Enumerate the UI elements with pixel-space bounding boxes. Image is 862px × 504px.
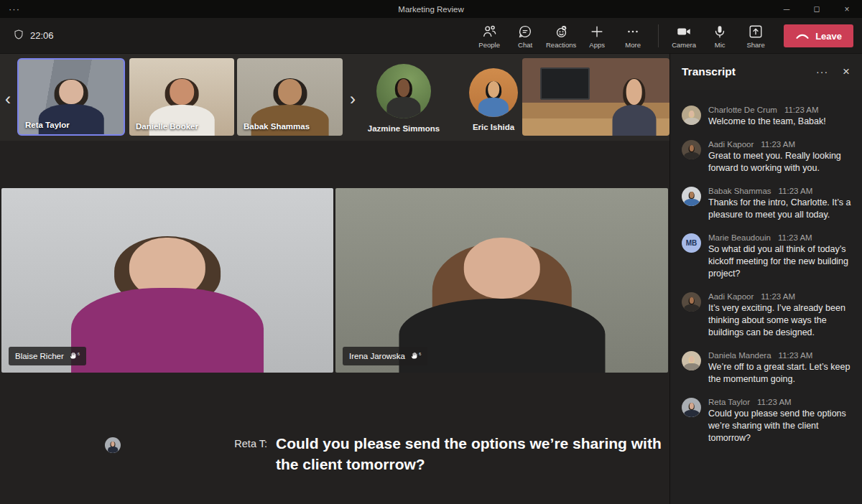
ellipsis-icon: [625, 24, 641, 39]
window-titlebar: ··· Marketing Review ─ ◻ ×: [0, 0, 862, 18]
avatar: [682, 398, 701, 417]
chevron-left-icon[interactable]: ‹: [1, 88, 14, 110]
apps-button[interactable]: Apps: [579, 19, 615, 52]
transcript-text: Thanks for the intro, Charlotte. It’s a …: [708, 197, 853, 221]
transcript-text: Welcome to the team, Babak!: [708, 116, 853, 128]
video-feed: [1, 188, 333, 373]
more-label: More: [625, 41, 641, 49]
timestamp: 11:23 AM: [779, 351, 813, 360]
participant-name-label: Jazmine Simmons: [359, 124, 448, 133]
audio-participant-eric-ishida[interactable]: Eric Ishida: [454, 68, 533, 131]
leave-button[interactable]: Leave: [784, 24, 853, 47]
transcript-entry: Daniela Mandera11:23 AM We’re off to a g…: [682, 351, 853, 386]
people-button[interactable]: People: [471, 19, 507, 52]
share-button[interactable]: Share: [738, 19, 774, 52]
close-window-button[interactable]: ×: [832, 0, 862, 18]
video-feed: [335, 188, 668, 373]
video-tile-reta-taylor[interactable]: Reta Taylor: [17, 58, 125, 136]
stage-video-irena-jarowska[interactable]: Irena Jarowska 6: [335, 188, 668, 373]
hangup-icon: [795, 31, 810, 42]
transcript-text: So what did you all think of today’s kic…: [708, 243, 853, 280]
maximize-button[interactable]: ◻: [802, 0, 832, 18]
caption-speaker-avatar: [105, 437, 121, 453]
speaker-name: Aadi Kapoor: [708, 140, 754, 149]
transcript-text: We’re off to a great start. Let’s keep t…: [708, 361, 853, 386]
transcript-text: Great to meet you. Really looking forwar…: [708, 150, 853, 174]
speaker-name: Aadi Kapoor: [708, 292, 754, 301]
chevron-right-icon[interactable]: ›: [346, 88, 359, 110]
tv-screen: [540, 67, 590, 100]
chat-icon: [517, 24, 533, 39]
audio-participant-jazmine-simmons[interactable]: Jazmine Simmons: [359, 64, 448, 133]
video-tile-danielle-booker[interactable]: Danielle Booker: [129, 58, 234, 136]
avatar: [682, 140, 701, 159]
timestamp: 11:23 AM: [761, 292, 795, 301]
timer-value: 22:06: [30, 30, 54, 41]
avatar: [682, 187, 701, 206]
mic-button[interactable]: Mic: [702, 19, 738, 52]
people-label: People: [478, 41, 500, 49]
participant-name-label: Danielle Booker: [136, 122, 198, 131]
camera-button[interactable]: Camera: [666, 19, 702, 52]
speaker-name: Babak Shammas: [708, 187, 771, 195]
speaker-name: Reta Taylor: [708, 398, 750, 406]
meeting-stage-area: ‹ Reta Taylor Danielle Booker Babak Sham…: [0, 54, 669, 504]
mic-label: Mic: [715, 41, 726, 49]
transcript-more-icon[interactable]: ···: [816, 66, 828, 78]
participant-name-label: Blaise Richer: [15, 352, 64, 360]
participant-name-label: Irena Jarowska: [349, 352, 405, 360]
timestamp: 11:23 AM: [757, 398, 792, 406]
name-badge: Blaise Richer 6: [9, 347, 86, 365]
transcript-entry: Aadi Kapoor11:23 AM It’s very exciting. …: [682, 292, 853, 339]
video-tile-meeting-room[interactable]: [522, 58, 669, 136]
transcript-panel: Transcript ··· × Charlotte De Crum11:23 …: [669, 54, 862, 504]
speaker-name: Daniela Mandera: [708, 351, 771, 360]
transcript-entry: Reta Taylor11:23 AM Could you please sen…: [682, 398, 853, 444]
shield-icon: [13, 29, 24, 42]
apps-label: Apps: [589, 41, 605, 49]
live-captions: Reta T: Could you please send the option…: [0, 433, 669, 475]
minimize-button[interactable]: ─: [771, 0, 802, 18]
titlebar-overflow-icon[interactable]: ···: [9, 0, 20, 18]
caption-text: Could you please send the options we’re …: [276, 433, 669, 475]
avatar-initials: MB: [682, 233, 701, 253]
transcript-text: It’s very exciting. I’ve already been th…: [708, 302, 853, 339]
transcript-entries: Charlotte De Crum11:23 AM Welcome to the…: [670, 90, 862, 444]
reactions-icon: [553, 24, 570, 39]
transcript-entry: Babak Shammas11:23 AM Thanks for the int…: [682, 187, 853, 221]
window-controls: ─ ◻ ×: [771, 0, 862, 18]
meeting-timer: 22:06: [13, 29, 54, 42]
participant-name-label: Babak Shammas: [244, 122, 310, 131]
sign-language-hand-icon: 6: [410, 350, 421, 363]
share-screen-icon: [748, 24, 764, 39]
people-icon: [481, 24, 498, 39]
mic-icon: [712, 24, 728, 39]
toolbar-buttons: People Chat Reactions Apps More Camera M…: [471, 18, 853, 54]
speaker-name: Marie Beaudouin: [708, 233, 771, 242]
camera-label: Camera: [672, 41, 696, 49]
avatar: [682, 351, 701, 370]
avatar: [682, 106, 701, 125]
timestamp: 11:23 AM: [784, 106, 819, 114]
timestamp: 11:23 AM: [779, 187, 813, 195]
sign-language-hand-icon: 6: [69, 350, 80, 363]
meeting-toolbar: 22:06 People Chat Reactions Apps More Ca…: [0, 18, 862, 54]
transcript-close-icon[interactable]: ×: [843, 65, 851, 79]
reactions-button[interactable]: Reactions: [543, 19, 579, 52]
share-label: Share: [746, 41, 764, 49]
transcript-header: Transcript ··· ×: [670, 54, 862, 90]
video-tile-babak-shammas[interactable]: Babak Shammas: [237, 58, 343, 136]
participant-name-label: Reta Taylor: [25, 121, 70, 129]
speaker-name: Charlotte De Crum: [708, 106, 777, 114]
stage-video-blaise-richer[interactable]: Blaise Richer 6: [1, 188, 333, 373]
transcript-entry: Charlotte De Crum11:23 AM Welcome to the…: [682, 106, 853, 128]
transcript-title: Transcript: [682, 65, 802, 78]
avatar: [376, 64, 431, 118]
chat-button[interactable]: Chat: [507, 19, 543, 52]
transcript-entry: MB Marie Beaudouin11:23 AM So what did y…: [682, 233, 853, 280]
video-feed: [599, 58, 669, 136]
participant-name-label: Eric Ishida: [454, 123, 533, 131]
timestamp: 11:23 AM: [778, 233, 812, 242]
more-button[interactable]: More: [615, 19, 651, 52]
transcript-entry: Aadi Kapoor11:23 AM Great to meet you. R…: [682, 140, 853, 174]
